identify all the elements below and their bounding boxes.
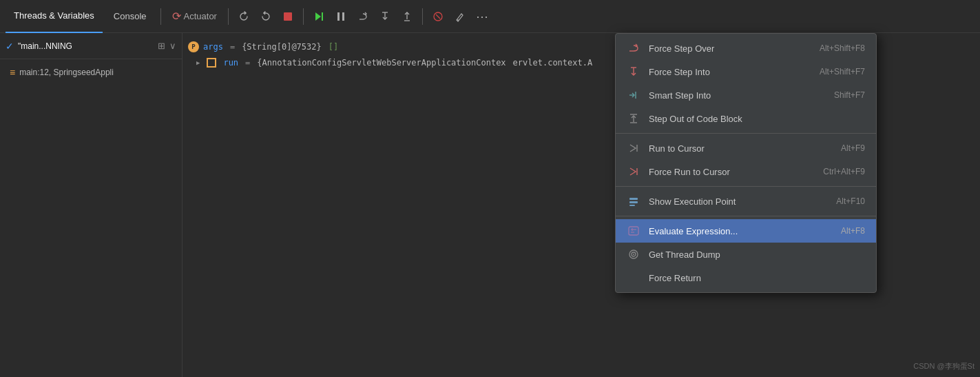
reload-forward-btn[interactable] (256, 7, 275, 26)
stack-frame-text: main:12, SpringseedAppli (19, 68, 114, 77)
args-icon: P (188, 41, 199, 52)
dropdown-icon[interactable]: ∨ (169, 41, 176, 51)
menu-item-evaluate-expression[interactable]: Evaluate Expression... Alt+F8 (616, 219, 876, 243)
svg-rect-2 (322, 12, 323, 21)
divider-1 (160, 8, 161, 25)
stop-btn[interactable] (278, 7, 298, 26)
force-step-into-icon (627, 65, 640, 79)
evaluate-expression-icon (627, 224, 640, 238)
stop-icon (283, 12, 293, 21)
show-execution-point-label: Show Execution Point (649, 196, 828, 207)
args-eq: = (230, 42, 235, 52)
svg-point-32 (633, 254, 634, 255)
filter-icon[interactable]: ⊞ (158, 41, 165, 51)
menu-item-force-return[interactable]: Force Return (616, 266, 876, 289)
get-thread-dump-icon (627, 247, 640, 261)
resume-btn[interactable] (309, 7, 329, 26)
show-execution-point-shortcut: Alt+F10 (836, 196, 865, 206)
args-type: [] (329, 42, 338, 52)
menu-item-force-step-over[interactable]: Force Step Over Alt+Shift+F8 (616, 37, 876, 60)
actuator-btn[interactable]: ⟳ Actuator (167, 7, 222, 26)
force-return-icon (627, 271, 640, 285)
edit-btn[interactable] (450, 7, 470, 26)
force-step-over-icon (627, 41, 640, 55)
menu-item-run-to-cursor[interactable]: Run to Cursor Alt+F9 (616, 136, 876, 160)
step-out-btn[interactable] (397, 7, 417, 26)
evaluate-expression-shortcut: Alt+F8 (841, 226, 865, 236)
force-step-into-shortcut: Alt+Shift+F7 (820, 67, 865, 77)
run-to-cursor-icon (627, 141, 640, 155)
divider-2 (228, 8, 229, 25)
run-icon (207, 58, 216, 68)
smart-step-into-icon (627, 88, 640, 102)
more-options-btn[interactable]: ⋯ (472, 7, 492, 26)
run-to-cursor-label: Run to Cursor (649, 143, 833, 154)
force-run-to-cursor-shortcut: Ctrl+Alt+F9 (823, 167, 865, 176)
divider-3 (303, 8, 304, 25)
reload-btn[interactable] (234, 7, 253, 26)
step-over-btn[interactable] (353, 7, 373, 26)
menu-item-force-step-into[interactable]: Force Step Into Alt+Shift+F7 (616, 60, 876, 83)
smart-step-into-label: Smart Step Into (649, 90, 826, 101)
right-suffix: ervlet.context.A (513, 58, 593, 68)
force-step-into-label: Force Step Into (649, 67, 811, 77)
menu-item-force-run-to-cursor[interactable]: Force Run to Cursor Ctrl+Alt+F9 (616, 160, 876, 183)
svg-rect-23 (629, 198, 638, 200)
svg-rect-24 (629, 201, 638, 203)
tab-threads-variables[interactable]: Threads & Variables (6, 0, 103, 33)
menu-item-step-out-code-block[interactable]: Step Out of Code Block (616, 107, 876, 130)
show-execution-point-icon (627, 194, 640, 208)
evaluate-expression-label: Evaluate Expression... (649, 226, 833, 236)
watermark: CSDN @李狗蛋St (913, 361, 974, 371)
stack-frame-icon: ≡ (10, 67, 15, 78)
pause-icon (335, 11, 346, 22)
menu-item-get-thread-dump[interactable]: Get Thread Dump (616, 243, 876, 266)
menu-item-show-execution-point[interactable]: Show Execution Point Alt+F10 (616, 190, 876, 213)
step-out-code-block-label: Step Out of Code Block (649, 114, 857, 124)
step-over-icon (357, 11, 368, 22)
step-into-icon (379, 11, 390, 22)
run-value: {AnnotationConfigServletWebServerApplica… (257, 58, 505, 68)
run-to-cursor-shortcut: Alt+F9 (841, 143, 865, 153)
svg-rect-0 (284, 12, 292, 21)
run-name: run (223, 58, 238, 68)
args-name: args (203, 42, 223, 52)
check-icon: ✓ (6, 41, 14, 52)
args-value: {String[0]@7532} (242, 42, 322, 52)
tab-console[interactable]: Console (105, 0, 155, 33)
cancel-btn[interactable] (428, 7, 448, 26)
run-expand-arrow: ▶ (196, 59, 200, 66)
cancel-icon (432, 11, 444, 22)
step-into-btn[interactable] (375, 7, 395, 26)
force-run-to-cursor-label: Force Run to Cursor (649, 167, 815, 177)
thread-item[interactable]: ✓ "main...NNING ⊞ ∨ (0, 33, 182, 59)
more-icon: ⋯ (476, 9, 488, 24)
edit-icon (455, 11, 466, 22)
force-step-over-label: Force Step Over (649, 43, 811, 54)
smart-step-into-shortcut: Shift+F7 (834, 90, 865, 100)
svg-rect-4 (342, 12, 344, 21)
actuator-icon: ⟳ (172, 10, 181, 23)
context-menu: Force Step Over Alt+Shift+F8 Force Step … (615, 33, 877, 293)
svg-rect-3 (337, 12, 340, 21)
svg-rect-25 (629, 205, 635, 206)
toolbar: Threads & Variables Console ⟳ Actuator (0, 0, 980, 33)
force-run-to-cursor-icon (627, 165, 640, 179)
reload-icon (238, 11, 249, 22)
run-eq: = (245, 58, 250, 68)
svg-line-11 (436, 14, 440, 19)
force-return-label: Force Return (649, 273, 857, 283)
divider-4 (422, 8, 423, 25)
pause-btn[interactable] (331, 7, 351, 26)
stack-item[interactable]: ≡ main:12, SpringseedAppli (0, 59, 182, 85)
menu-separator-2 (616, 186, 876, 187)
menu-item-smart-step-into[interactable]: Smart Step Into Shift+F7 (616, 83, 876, 107)
menu-separator-3 (616, 216, 876, 216)
reload-forward-icon (260, 11, 271, 22)
step-out-icon (402, 11, 413, 22)
resume-icon (313, 11, 324, 22)
actuator-label: Actuator (184, 11, 217, 21)
menu-separator-1 (616, 133, 876, 134)
thread-name: "main...NNING (18, 41, 154, 51)
svg-rect-26 (629, 227, 638, 235)
